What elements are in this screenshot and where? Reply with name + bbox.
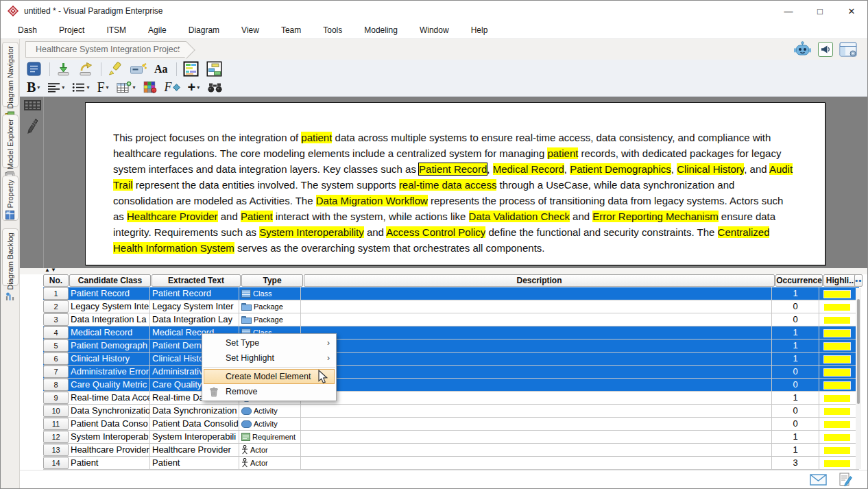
announcement-button[interactable] bbox=[818, 42, 833, 57]
table-icon[interactable]: ▾ bbox=[114, 80, 138, 95]
import-icon[interactable] bbox=[53, 60, 73, 77]
column-header-type[interactable]: Type bbox=[241, 274, 303, 287]
panel-splitter[interactable]: ▲▼ bbox=[20, 268, 867, 274]
model-font-diamond-icon bbox=[173, 84, 180, 91]
table-row[interactable]: 10Data SynchronizatioData Synchronizatio… bbox=[43, 405, 859, 418]
sidebar-tab-property[interactable]: Property bbox=[2, 176, 19, 221]
text-run: This project focuses on the integration … bbox=[113, 132, 301, 143]
candidate-class-cell: Administrative Error bbox=[69, 366, 150, 378]
sidebar-tab-model-explorer[interactable]: Model Explorer bbox=[2, 115, 19, 168]
description-cell bbox=[301, 418, 772, 430]
row-number: 11 bbox=[43, 418, 69, 430]
minimize-button[interactable]: — bbox=[773, 1, 804, 21]
occurrence-cell: 1 bbox=[772, 353, 819, 365]
description-cell bbox=[301, 326, 772, 339]
menu-view[interactable]: View bbox=[234, 23, 267, 38]
diagram-canvas[interactable]: This project focuses on the integration … bbox=[20, 97, 867, 268]
breadcrumb[interactable]: Healthcare System Integration Project bbox=[25, 41, 186, 58]
align-icon[interactable]: ▾ bbox=[45, 81, 67, 94]
table-row[interactable]: 11Patient Data ConsoPatient Data Consoli… bbox=[43, 418, 859, 431]
highlighted-term: Error Reporting Mechanism bbox=[592, 211, 718, 222]
highlight-color-bar bbox=[824, 460, 850, 467]
context-menu-item-set-highlight[interactable]: Set Highlight› bbox=[202, 350, 336, 366]
table-row[interactable]: 9Real-time Data AcceReal-time Data Acces… bbox=[43, 392, 859, 405]
list-icon[interactable]: ▾ bbox=[69, 81, 92, 94]
menu-dash[interactable]: Dash bbox=[10, 23, 45, 38]
table-row[interactable]: 8Care Quality MetricCare Quality MetricC… bbox=[43, 379, 859, 392]
column-header-highli[interactable]: Highli... bbox=[823, 274, 858, 287]
menu-window[interactable]: Window bbox=[412, 23, 457, 38]
sidebar-tab-diagram-navigator[interactable]: Diagram Navigator bbox=[2, 42, 19, 107]
document-panel[interactable]: This project focuses on the integration … bbox=[85, 102, 825, 265]
menu-modeling[interactable]: Modeling bbox=[357, 23, 405, 38]
candidate-table-area: No.Candidate ClassExtracted TextTypeDesc… bbox=[20, 274, 867, 470]
menu-item-label: Set Type bbox=[226, 338, 259, 348]
menu-project[interactable]: Project bbox=[51, 23, 92, 38]
new-element-icon[interactable] bbox=[127, 61, 149, 77]
column-header-no[interactable]: No. bbox=[43, 274, 69, 287]
context-menu-item-create-model-element[interactable]: Create Model Element bbox=[204, 369, 335, 384]
column-header-occurrence[interactable]: Occurrence bbox=[775, 274, 823, 287]
close-button[interactable]: ✕ bbox=[836, 1, 867, 21]
table-row[interactable]: 3Data Integration LaData Integration Lay… bbox=[43, 313, 859, 326]
diagram-layout-icon[interactable] bbox=[204, 60, 225, 78]
text-style-icon[interactable]: Aa bbox=[152, 62, 171, 77]
table-row[interactable]: 2Legacy System InteLegacy System InterPa… bbox=[43, 300, 859, 313]
table-row[interactable]: 5Patient DemographPatient DemographiClas… bbox=[43, 339, 859, 353]
table-row[interactable]: 12System InteroperabSystem Interoperabil… bbox=[43, 431, 859, 444]
context-menu-item-set-type[interactable]: Set Type› bbox=[202, 335, 336, 350]
menu-diagram[interactable]: Diagram bbox=[181, 23, 227, 38]
window-controls: — □ ✕ bbox=[773, 1, 867, 21]
menu-team[interactable]: Team bbox=[274, 23, 309, 38]
column-header-description[interactable]: Description bbox=[304, 274, 775, 287]
highlighter-icon[interactable] bbox=[105, 60, 125, 77]
menu-agile[interactable]: Agile bbox=[141, 23, 174, 38]
export-icon[interactable] bbox=[75, 60, 95, 77]
menu-item-label: Create Model Element bbox=[226, 372, 311, 381]
brush-tool-icon[interactable] bbox=[25, 116, 38, 137]
toolbar-button-label: F bbox=[97, 80, 104, 95]
dropdown-caret-icon: ▾ bbox=[133, 84, 136, 91]
find-icon[interactable] bbox=[204, 80, 226, 95]
text-run: represent the data entities involved. Th… bbox=[133, 179, 399, 191]
ai-assistant-robot-icon bbox=[793, 41, 812, 58]
menu-itsm[interactable]: ITSM bbox=[99, 23, 134, 38]
collapse-expand-icons[interactable]: ▲▼ bbox=[45, 267, 57, 273]
table-row[interactable]: 13Healthcare ProviderHealthcare Provider… bbox=[43, 444, 859, 457]
model-font-icon[interactable]: F bbox=[162, 79, 183, 96]
table-scrollbar[interactable] bbox=[856, 288, 861, 469]
candidate-class-cell: Real-time Data Acce bbox=[69, 392, 150, 404]
panel-layout-button[interactable] bbox=[839, 42, 858, 58]
description-cell bbox=[301, 444, 772, 456]
occurrence-cell: 1 bbox=[772, 392, 819, 404]
add-icon[interactable]: +▾ bbox=[185, 78, 203, 97]
text-run: define the functional and security const… bbox=[485, 226, 717, 238]
table-row[interactable]: 14PatientPatientActor3 bbox=[43, 457, 859, 470]
menu-tools[interactable]: Tools bbox=[315, 23, 350, 38]
diagram-overview-icon[interactable] bbox=[180, 60, 202, 78]
sidebar-tab-diagram-backlog[interactable]: Diagram Backlog bbox=[2, 228, 19, 286]
ai-assistant-robot-button[interactable] bbox=[793, 41, 812, 58]
palette-icon[interactable] bbox=[141, 80, 160, 95]
table-row[interactable]: 6Clinical HistoryClinical HistoryClass1 bbox=[43, 353, 859, 366]
grid-tool-icon[interactable] bbox=[24, 100, 41, 113]
column-options-button[interactable]: ■ ■ bbox=[854, 274, 863, 287]
context-menu-item-remove[interactable]: Remove bbox=[202, 384, 336, 399]
table-icon bbox=[117, 81, 132, 94]
scrollbar-thumb[interactable] bbox=[857, 299, 860, 404]
bold-icon[interactable]: B▾ bbox=[24, 78, 43, 97]
occurrence-cell: 0 bbox=[772, 313, 819, 326]
menu-help[interactable]: Help bbox=[463, 23, 496, 38]
column-header-extracted-text[interactable]: Extracted Text bbox=[152, 274, 241, 287]
mail-button[interactable] bbox=[810, 474, 827, 486]
table-row[interactable]: 7Administrative ErrorAdministrative Erro… bbox=[43, 366, 859, 379]
column-header-candidate-class[interactable]: Candidate Class bbox=[69, 274, 151, 287]
analysis-doc-icon[interactable] bbox=[24, 60, 44, 77]
highlighted-term: patient bbox=[547, 147, 578, 159]
notes-button[interactable] bbox=[839, 473, 852, 486]
table-row[interactable]: 4Medical RecordMedical RecordClass1 bbox=[43, 326, 859, 339]
font-icon[interactable]: F▾ bbox=[94, 78, 111, 97]
table-row[interactable]: 1Patient RecordPatient RecordClass1 bbox=[43, 287, 859, 300]
app-window: untitled * - Visual Paradigm Enterprise … bbox=[0, 0, 868, 489]
maximize-button[interactable]: □ bbox=[804, 1, 836, 21]
